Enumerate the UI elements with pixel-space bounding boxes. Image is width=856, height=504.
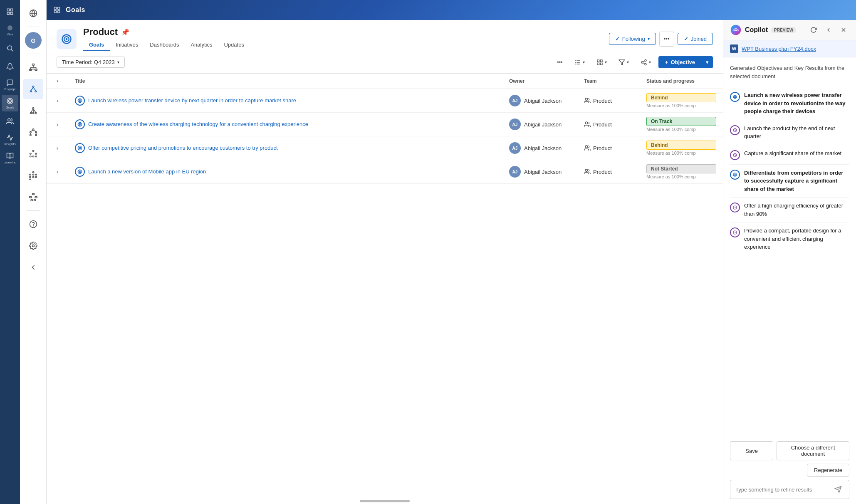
copilot-item: Capture a significant share of the marke… — [730, 145, 849, 165]
row-title-cell: Create awareness of the wireless chargin… — [68, 113, 502, 136]
svg-point-25 — [30, 112, 31, 114]
sidebar-icon-org6[interactable] — [23, 166, 43, 185]
svg-rect-63 — [58, 7, 60, 9]
save-button[interactable]: Save — [730, 441, 773, 460]
svg-point-35 — [35, 134, 37, 136]
nav-rail-item-insights[interactable]: Insights — [2, 131, 18, 148]
row-owner-cell: AJ Abigail Jackson — [502, 89, 577, 113]
add-objective-group: + Objective ▾ — [658, 56, 713, 68]
copilot-close-button[interactable] — [838, 24, 849, 36]
toolbar-more-button[interactable]: ••• — [553, 57, 567, 67]
grid-view-chevron: ▾ — [605, 60, 607, 64]
tab-analytics[interactable]: Analytics — [185, 39, 218, 51]
team-name: Product — [593, 121, 612, 128]
col-header-expand: › — [47, 74, 68, 89]
following-button[interactable]: ✓ Following ▾ — [609, 33, 656, 45]
toolbar-list-view-button[interactable]: ▾ — [570, 57, 589, 68]
goal-title[interactable]: Launch a new version of Mobile app in EU… — [88, 168, 206, 175]
nav-rail-item-goals[interactable]: Goals — [2, 95, 18, 111]
svg-line-22 — [31, 87, 33, 91]
sidebar-icon-org7[interactable] — [23, 187, 43, 207]
row-status-cell: Not Started Measure as 100% comp — [640, 160, 723, 184]
sidebar-icon-org1[interactable] — [23, 57, 43, 77]
expand-all-button[interactable]: › — [53, 77, 62, 85]
nav-rail-item-learning[interactable]: Learning — [2, 150, 18, 166]
goal-title[interactable]: Launch wireless power transfer device by… — [88, 97, 296, 104]
nav-rail-item-viva[interactable]: Viva — [2, 22, 18, 38]
svg-point-96 — [585, 146, 587, 148]
add-objective-dropdown-button[interactable]: ▾ — [702, 56, 713, 68]
sidebar-icon-settings[interactable] — [23, 236, 43, 256]
team-name: Product — [593, 98, 612, 104]
svg-point-82 — [645, 63, 646, 65]
top-banner: Goals — [47, 0, 856, 20]
sidebar-icon-org5[interactable] — [23, 144, 43, 164]
nav-rail-item-search[interactable] — [2, 40, 18, 57]
tab-initiatives[interactable]: Initiatives — [110, 39, 144, 51]
toolbar-grid-view-button[interactable]: ▾ — [592, 57, 611, 68]
tab-updates[interactable]: Updates — [218, 39, 250, 51]
svg-rect-53 — [29, 179, 30, 180]
more-options-button[interactable]: ••• — [659, 32, 674, 47]
svg-rect-46 — [32, 172, 34, 173]
svg-point-4 — [7, 25, 12, 30]
choose-document-button[interactable]: Choose a different document — [777, 441, 849, 460]
add-objective-button[interactable]: + Objective — [658, 56, 702, 68]
nav-rail-item-engage[interactable]: Engage — [2, 77, 18, 93]
joined-button[interactable]: ✓ Joined — [678, 33, 713, 45]
svg-point-100 — [585, 169, 587, 171]
svg-rect-3 — [11, 12, 13, 15]
copilot-panel: Copilot PREVIEW — [723, 20, 856, 504]
sidebar-avatar-group-item[interactable]: G — [25, 32, 42, 49]
add-objective-dropdown-icon: ▾ — [706, 59, 709, 65]
sidebar-divider3 — [27, 210, 40, 211]
sidebar-divider2 — [27, 54, 40, 54]
row-expand-button[interactable]: › — [53, 96, 62, 105]
copilot-send-button[interactable] — [832, 484, 844, 495]
sidebar-icon-help[interactable] — [23, 214, 43, 234]
doc-name[interactable]: WPT Business plan FY24.docx — [742, 46, 816, 52]
svg-line-84 — [643, 61, 645, 62]
copilot-refresh-button[interactable] — [808, 24, 819, 36]
time-period-label: Time Period: Q4 2023 — [62, 59, 115, 65]
sidebar-icon-globe[interactable] — [23, 3, 43, 23]
app-title: Goals — [66, 6, 85, 14]
svg-line-36 — [30, 130, 33, 131]
horizontal-scrollbar[interactable] — [360, 500, 410, 502]
svg-rect-77 — [597, 63, 599, 65]
svg-point-33 — [35, 131, 37, 133]
nav-rail-item-grid[interactable] — [2, 3, 18, 20]
col-header-title: Title — [68, 74, 502, 89]
tab-dashboards[interactable]: Dashboards — [144, 39, 185, 51]
row-expand-button[interactable]: › — [53, 120, 62, 128]
row-expand-button[interactable]: › — [53, 168, 62, 176]
svg-point-91 — [79, 124, 80, 124]
svg-rect-50 — [29, 177, 30, 178]
toolbar-share-button[interactable]: ▾ — [636, 57, 655, 68]
svg-point-19 — [32, 86, 34, 87]
row-team-cell: Product — [577, 136, 640, 160]
goal-icon — [75, 143, 85, 153]
sidebar-icon-expand[interactable] — [23, 257, 43, 277]
row-expand-button[interactable]: › — [53, 144, 62, 152]
tab-goals[interactable]: Goals — [83, 39, 110, 51]
nav-rail-item-people[interactable] — [2, 113, 18, 130]
copilot-back-button[interactable] — [823, 24, 834, 36]
nav-rail-item-notifications[interactable] — [2, 58, 18, 75]
col-header-team: Team — [577, 74, 640, 89]
goal-icon — [75, 167, 85, 177]
goal-title[interactable]: Create awareness of the wireless chargin… — [88, 121, 308, 128]
sidebar-icon-org3[interactable] — [23, 101, 43, 121]
svg-line-111 — [735, 155, 736, 156]
sidebar-icon-org4[interactable] — [23, 122, 43, 142]
goal-title[interactable]: Offer competitive pricing and promotions… — [88, 144, 278, 152]
copilot-refine-input[interactable] — [735, 487, 829, 493]
copilot-header: Copilot PREVIEW — [723, 20, 856, 40]
regenerate-button[interactable]: Regenerate — [807, 464, 849, 477]
toolbar-filter-button[interactable]: ▾ — [614, 57, 633, 68]
more-icon: ••• — [664, 36, 670, 42]
time-period-button[interactable]: Time Period: Q4 2023 ▾ — [57, 57, 125, 68]
sidebar-icon-org2[interactable] — [23, 79, 43, 99]
owner-name: Abigail Jackson — [524, 145, 562, 151]
table-row: › Launch a new version of Mobile app in … — [47, 160, 723, 184]
